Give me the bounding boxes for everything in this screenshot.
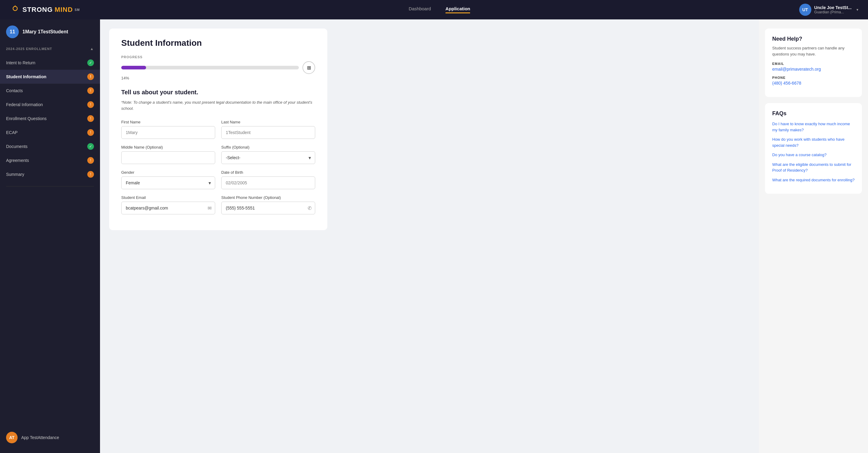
sidebar-item-intent-to-return[interactable]: Intent to Return ✓ <box>0 56 100 70</box>
phone-contact-value[interactable]: (480) 456-6678 <box>772 81 855 86</box>
header-user[interactable]: UT Uncle Joe TestSt... Guardian (Prima..… <box>799 4 858 16</box>
email-contact-value[interactable]: email@primaveratech.org <box>772 67 855 71</box>
chevron-down-icon: ▾ <box>857 7 858 12</box>
first-name-group: First Name <box>121 120 215 139</box>
logo-strong: STRONG <box>23 6 53 13</box>
sidebar-item-documents[interactable]: Documents ✓ <box>0 140 100 153</box>
suffix-select[interactable]: -Select- Jr. Sr. II III IV <box>221 151 315 164</box>
right-panel: Need Help? Student success partners can … <box>759 20 868 453</box>
phone-label: Student Phone Number (Optional) <box>221 195 315 200</box>
enrollment-section: 2024-2025 ENROLLMENT ▲ <box>0 43 100 53</box>
student-badge: 11 <box>6 26 19 38</box>
gender-select[interactable]: Female Male Non-binary Other Prefer not … <box>121 177 215 189</box>
suffix-select-wrapper: -Select- Jr. Sr. II III IV <box>221 151 315 164</box>
middle-name-group: Middle Name (Optional) <box>121 145 215 164</box>
status-icon-orange-federal: ! <box>87 101 94 108</box>
status-icon-orange-contacts: ! <box>87 87 94 94</box>
help-title: Need Help? <box>772 36 855 42</box>
email-label: Student Email <box>121 195 215 200</box>
sidebar-item-ecap[interactable]: ECAP ! <box>0 125 100 140</box>
phone-contact-label: PHONE <box>772 76 855 80</box>
phone-input[interactable] <box>221 202 315 214</box>
email-input[interactable] <box>121 202 215 214</box>
email-icon: ✉ <box>208 205 212 211</box>
section-title: Student Information <box>121 38 315 48</box>
user-role: Guardian (Prima... <box>814 10 851 14</box>
status-icon-orange-summary: ! <box>87 171 94 178</box>
faq-title: FAQs <box>772 110 855 117</box>
email-group: Student Email ✉ <box>121 195 215 214</box>
gender-select-wrapper: Female Male Non-binary Other Prefer not … <box>121 177 215 189</box>
email-phone-row: Student Email ✉ Student Phone Number (Op… <box>121 195 315 214</box>
main-content: Student Information PROGRESS ⊞ 14% Tell … <box>100 20 759 453</box>
header: STRONGMINDSM Dashboard Application UT Un… <box>0 0 868 20</box>
status-icon-orange: ! <box>87 73 94 80</box>
header-nav: Dashboard Application <box>80 6 799 13</box>
user-name: Uncle Joe TestSt... <box>814 5 851 10</box>
phone-input-wrapper: ✆ <box>221 202 315 214</box>
gender-group: Gender Female Male Non-binary Other Pref… <box>121 170 215 189</box>
phone-icon: ✆ <box>308 205 312 211</box>
first-name-input[interactable] <box>121 126 215 139</box>
content-card: Student Information PROGRESS ⊞ 14% Tell … <box>109 29 327 230</box>
status-icon-green-docs: ✓ <box>87 143 94 150</box>
sidebar-item-agreements[interactable]: Agreements ! <box>0 153 100 168</box>
email-contact-label: EMAIL <box>772 62 855 65</box>
name-row: First Name Last Name <box>121 120 315 139</box>
student-name: 1Mary 1TestStudent <box>23 29 68 35</box>
dob-group: Date of Birth <box>221 170 315 189</box>
status-icon-orange-ecap: ! <box>87 129 94 136</box>
gender-dob-row: Gender Female Male Non-binary Other Pref… <box>121 170 315 189</box>
middle-name-input[interactable] <box>121 151 215 164</box>
status-icon-green: ✓ <box>87 59 94 66</box>
tell-us-heading: Tell us about your student. <box>121 89 315 96</box>
progress-bar-fill <box>121 66 146 69</box>
sidebar-item-summary[interactable]: Summary ! <box>0 168 100 181</box>
sidebar: 11 1Mary 1TestStudent 2024-2025 ENROLLME… <box>0 20 100 453</box>
dob-input[interactable] <box>221 177 315 189</box>
phone-group: Student Phone Number (Optional) ✆ <box>221 195 315 214</box>
faq-item-4[interactable]: What are the required documents for enro… <box>772 177 855 183</box>
faq-item-1[interactable]: How do you work with students who have s… <box>772 137 855 148</box>
sidebar-item-federal-information[interactable]: Federal Information ! <box>0 98 100 112</box>
progress-bar-container: ⊞ <box>121 61 315 74</box>
note-text: *Note: To change a student's name, you m… <box>121 99 315 111</box>
logo[interactable]: STRONGMINDSM <box>10 4 80 15</box>
sidebar-items: Intent to Return ✓ Student Information !… <box>0 56 100 181</box>
progress-icon-button[interactable]: ⊞ <box>303 61 315 74</box>
faq-item-0[interactable]: Do I have to know exactly how much incom… <box>772 121 855 133</box>
sidebar-item-student-information[interactable]: Student Information ! <box>0 70 100 84</box>
faq-card: FAQs Do I have to know exactly how much … <box>765 103 862 194</box>
nav-dashboard[interactable]: Dashboard <box>408 6 431 13</box>
faq-item-3[interactable]: What are the eligible documents to submi… <box>772 161 855 174</box>
bottom-avatar: AT <box>6 432 18 443</box>
last-name-input[interactable] <box>221 126 315 139</box>
middle-name-label: Middle Name (Optional) <box>121 145 215 150</box>
faq-item-2[interactable]: Do you have a course catalog? <box>772 152 855 158</box>
bottom-user: AT App TestAttendance <box>0 428 100 447</box>
first-name-label: First Name <box>121 120 215 124</box>
help-description: Student success partners can handle any … <box>772 45 855 57</box>
help-card: Need Help? Student success partners can … <box>765 29 862 97</box>
suffix-label: Suffix (Optional) <box>221 145 315 150</box>
progress-section: PROGRESS ⊞ 14% <box>121 55 315 80</box>
chevron-up-icon[interactable]: ▲ <box>90 47 94 51</box>
bottom-user-name: App TestAttendance <box>21 435 59 440</box>
progress-label: PROGRESS <box>121 55 315 59</box>
last-name-group: Last Name <box>221 120 315 139</box>
sidebar-divider <box>6 186 94 186</box>
sidebar-item-contacts[interactable]: Contacts ! <box>0 84 100 98</box>
last-name-label: Last Name <box>221 120 315 124</box>
user-avatar: UT <box>799 4 811 16</box>
email-input-wrapper: ✉ <box>121 202 215 214</box>
user-info: Uncle Joe TestSt... Guardian (Prima... <box>814 5 851 14</box>
student-header: 11 1Mary 1TestStudent <box>0 26 100 43</box>
logo-trademark: SM <box>74 8 80 11</box>
enrollment-title: 2024-2025 ENROLLMENT ▲ <box>6 47 94 51</box>
status-icon-orange-enrollment: ! <box>87 115 94 122</box>
nav-application[interactable]: Application <box>445 6 470 13</box>
sidebar-item-enrollment-questions[interactable]: Enrollment Questions ! <box>0 112 100 125</box>
gender-label: Gender <box>121 170 215 175</box>
logo-mind: MIND <box>55 6 73 13</box>
status-icon-orange-agreements: ! <box>87 157 94 164</box>
